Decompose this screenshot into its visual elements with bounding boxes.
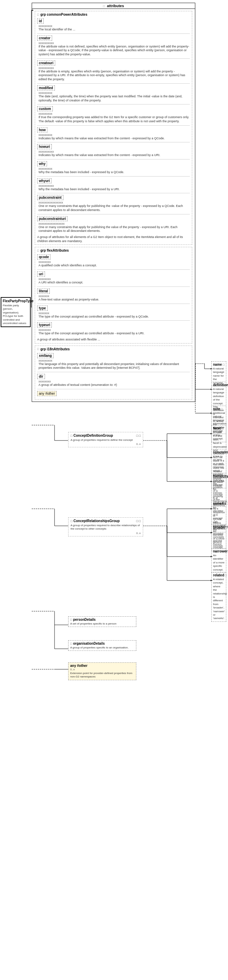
i18n-label: grp i18nAttributes	[40, 347, 70, 351]
prop-literal-card: xxxxxxx	[37, 294, 190, 298]
person-details-header: □ personDetails	[70, 618, 134, 622]
attributes-title: attributes	[107, 4, 124, 8]
any-other-box: any #other 0..n Extension point for prov…	[68, 662, 136, 680]
note-box-header: note □	[213, 407, 225, 411]
person-details-title: personDetails	[73, 618, 95, 622]
prop-xmllang-name: xmllang	[37, 353, 54, 358]
prop-custom-name: custom	[37, 106, 53, 111]
prop-how-name: how	[37, 127, 48, 132]
prop-how-desc: Indicates by which means the value was e…	[37, 137, 190, 141]
broader-indicator: □	[226, 526, 228, 529]
prop-custom-desc: If true the corresponding property was a…	[37, 115, 190, 123]
prop-why-name: why	[37, 161, 47, 166]
prop-creator: creator xxxxxxxxxx If the attribute valu…	[37, 35, 190, 57]
prop-modified-name: modified	[37, 85, 55, 91]
prop-creatouri-name: creatouri	[37, 60, 55, 65]
concept-def-card: □ □	[136, 434, 141, 438]
prop-dir: dir xxxxxxxx A group of attributes of te…	[37, 373, 190, 388]
prop-type: type xxxxxxx The type of the concept ass…	[37, 305, 190, 320]
facet-box-header: facet □	[213, 426, 225, 430]
broader-box: broader □ An identifier of a more generi…	[211, 524, 226, 549]
common-power-group: □ grp commonPowerAttributes id xxxxxxxxx…	[35, 11, 192, 245]
concept-rel-header: □ ConceptRelationshipsGroup □ □	[71, 519, 141, 523]
prop-qcode-desc: A qualified code which identifies a conc…	[37, 264, 190, 268]
prop-literal: literal xxxxxxx A free-text value assign…	[37, 288, 190, 302]
prop-type-name: type	[37, 305, 48, 311]
prop-dir-desc: A group of attributes of textual content…	[37, 383, 190, 387]
person-details-icon: □	[70, 618, 72, 622]
related-header: related □	[213, 573, 225, 577]
prop-why: why xxxxxxxxx Why the metadata has been …	[37, 161, 190, 175]
concept-rel-label: ConceptRelationshipsGroup	[73, 519, 120, 523]
diagram-area: □ attributes □ grp commonPowerAttributes…	[0, 0, 228, 980]
prop-creatouri: creatouri xxxxxxxxxx If the attribute is…	[37, 60, 190, 82]
prop-pubconstrainturi-desc: One or many constraints that apply for p…	[37, 225, 190, 233]
prop-custom-card: xxxxxxxxx	[37, 112, 190, 115]
note-indicator: □	[221, 407, 223, 411]
prop-howuri-desc: Indicates by which means the value was e…	[37, 153, 190, 158]
org-details-title: organisationDetails	[73, 642, 104, 645]
narrower-title: narrower	[213, 549, 228, 553]
same-as-header: sameAs □	[213, 502, 225, 505]
group-icon-common: □	[37, 13, 39, 16]
prop-howuri-name: howuri	[37, 144, 52, 149]
prop-pubconstrainturi: pubconstrainturi xxxxxxxxxxxxxxxxx One o…	[37, 215, 190, 234]
prop-why-desc: Why the metadata has been included - exp…	[37, 170, 190, 175]
prop-modified-desc: The date (and, optionally, the time) whe…	[37, 95, 190, 102]
prop-id: id xxxxxxxxx The local identifier of the…	[37, 18, 190, 32]
broader-desc: An identifier of a more generic concept.	[213, 530, 225, 548]
hierarchy-info-title: hierarchyInfo	[213, 474, 228, 478]
prop-qcode-name: qcode	[37, 255, 51, 259]
note-title: note	[213, 407, 220, 411]
prop-pubconstrainturi-card: xxxxxxxxxxxxxxxxx	[37, 222, 190, 225]
prop-creatouri-desc: If the attribute is empty, specifies whi…	[37, 70, 190, 82]
page: □ attributes □ grp commonPowerAttributes…	[0, 0, 228, 980]
narrower-desc: An identifier of a more specific concept…	[213, 554, 225, 572]
concept-def-group-box: □ ConceptDefinitionGroup □ □ A group of …	[68, 432, 143, 447]
prop-uri-desc: A URI which identifies a concept.	[37, 281, 190, 285]
definition-box-header: definition □	[213, 383, 225, 387]
prop-uri-name: uri	[37, 272, 45, 277]
prop-uri: uri xxxxxxxx A URI which identifies a co…	[37, 271, 190, 285]
prop-literal-desc: A free-text value assigned as property-v…	[37, 298, 190, 302]
prop-typeuri-desc: The type of the concept assigned as cont…	[37, 332, 190, 336]
prop-literal-name: literal	[37, 288, 50, 294]
broader-title: broader	[213, 525, 226, 529]
related-box: related □ A related concept, where the r…	[211, 572, 226, 622]
prop-id-name: id	[37, 18, 44, 24]
attributes-box: □ attributes □ grp commonPowerAttributes…	[32, 3, 195, 402]
prop-modified-card: xxxxxxxxx	[37, 91, 190, 95]
concept-def-icon: □	[71, 434, 72, 438]
hierarchy-info-header: hierarchyInfo □	[213, 474, 225, 478]
org-details-icon: □	[70, 642, 72, 645]
concept-rel-icon: □	[71, 519, 72, 523]
flex-group: □ grp flexAttributes qcode xxxxxxxx A qu…	[35, 247, 192, 343]
prop-whyuri: whyuri xxxxxxxxxx Why the metadata has b…	[37, 178, 190, 192]
concept-def-header: □ ConceptDefinitionGroup □ □	[71, 434, 141, 438]
prop-qcode-card: xxxxxxxx	[37, 260, 190, 264]
prop-typeuri: typeuri xxxxxxxx The type of the concept…	[37, 322, 190, 336]
prop-type-desc: The type of the concept assigned as cont…	[37, 315, 190, 319]
flex-header: □ grp flexAttributes	[37, 248, 190, 252]
prop-how-card: xxxxxxxxx	[37, 133, 190, 137]
common-power-label: grp commonPowerAttributes	[40, 13, 87, 16]
prop-whyuri-desc: Why the metadata has been included - exp…	[37, 188, 190, 192]
definition-title: definition	[213, 383, 228, 387]
org-details-box: □ organisationDetails A group of propert…	[68, 640, 136, 651]
prop-typeuri-name: typeuri	[37, 322, 52, 328]
prop-xmllang-card: xxxxxxxxx	[37, 359, 190, 362]
concept-rel-group-box: □ ConceptRelationshipsGroup □ □ A group …	[68, 517, 143, 536]
prop-qcode: qcode xxxxxxxx A qualified code which id…	[37, 254, 190, 268]
facet-title: facet	[213, 426, 221, 430]
prop-modified: modified xxxxxxxxx The date (and, option…	[37, 85, 190, 103]
prop-pubconstrainturi-name: pubconstrainturi	[37, 216, 68, 221]
concept-def-desc: A group of properties required to define…	[71, 438, 141, 442]
prop-pubconstraint-card: xxxxxxxxxxxxxxxx	[37, 201, 190, 204]
prop-custom: custom xxxxxxxxx If true the correspondi…	[37, 105, 190, 124]
concept-rel-cardinality: 0..n	[71, 532, 141, 535]
same-as-title: sameAs	[213, 502, 226, 505]
narrower-header: narrower □	[213, 549, 225, 553]
prop-uri-card: xxxxxxxx	[37, 277, 190, 281]
facet-indicator: □	[222, 427, 223, 430]
attributes-icon: □	[103, 5, 104, 8]
